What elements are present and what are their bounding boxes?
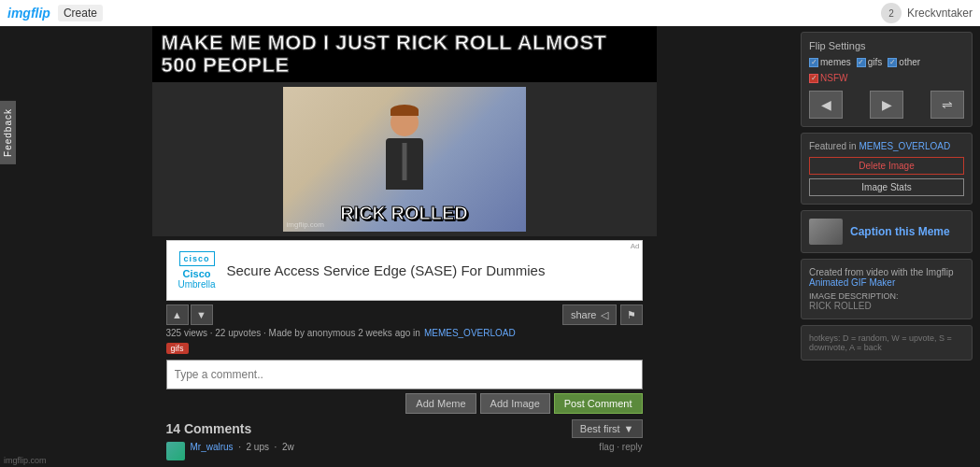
ad-logo: cisco Cisco Umbrella (167, 251, 227, 290)
next-arrow-button[interactable]: ▶ (870, 91, 903, 119)
notification-icon[interactable]: 2 (881, 3, 902, 23)
meme-image-wrapper: RICK ROLLED imgflip.com (152, 82, 657, 236)
ad-headline: Secure Access Service Edge (SASE) For Du… (227, 262, 642, 278)
comments-section-header: 14 Comments Best first ▼ (166, 419, 643, 438)
create-button[interactable]: Create (58, 5, 103, 21)
cisco-brand-sub: Umbrella (178, 279, 216, 290)
flip-settings-box: Flip Settings ✓ memes ✓ gifs ✓ other ✓ N… (801, 32, 973, 127)
share-icon: ◁ (601, 309, 608, 321)
flip-settings-title: Flip Settings (809, 40, 964, 51)
gifs-tag[interactable]: gifs (166, 343, 189, 354)
share-button[interactable]: share ◁ (562, 304, 617, 325)
comments-count: 14 Comments (166, 421, 252, 436)
share-area: share ◁ ⚑ (562, 304, 643, 325)
site-logo[interactable]: imgflip (7, 6, 50, 21)
featured-text: Featured in MEMES_OVERLOAD (809, 141, 964, 151)
comment-flag-reply[interactable]: flag · reply (599, 442, 642, 452)
comment-row: Mr_walrus · 2 ups · 2w flag · reply (166, 442, 643, 460)
checkbox-nsfw[interactable]: ✓ NSFW (809, 73, 847, 83)
checkbox-nsfw-icon: ✓ (809, 74, 818, 83)
post-comment-button[interactable]: Post Comment (554, 393, 643, 414)
sort-button[interactable]: Best first ▼ (572, 419, 643, 438)
community-link[interactable]: MEMES_OVERLOAD (424, 328, 516, 338)
caption-box-inner[interactable]: Caption this Meme (809, 219, 964, 245)
main-layout: Feedback MAKE ME MOD I JUST RICK ROLL AL… (0, 26, 980, 467)
footer-logo: imgflip.com (4, 456, 47, 465)
comment-box-wrap: Add Meme Add Image Post Comment (166, 360, 643, 414)
avatar (166, 442, 185, 460)
featured-link[interactable]: MEMES_OVERLOAD (859, 141, 950, 151)
stats-text: 325 views · 22 upvotes · Made by anonymo… (166, 328, 420, 338)
featured-box: Featured in MEMES_OVERLOAD Delete Image … (801, 133, 973, 205)
comment-input[interactable] (166, 360, 643, 389)
downvote-button[interactable]: ▼ (191, 304, 213, 325)
action-bar: ▲ ▼ share ◁ ⚑ (166, 304, 643, 325)
caption-thumb (809, 219, 843, 245)
nav-arrows: ◀ ▶ ⇌ (809, 91, 964, 119)
prev-arrow-button[interactable]: ◀ (809, 91, 843, 119)
imgflip-watermark: imgflip.com (287, 220, 324, 229)
flip-checkboxes: ✓ memes ✓ gifs ✓ other ✓ NSFW (809, 57, 964, 83)
comment-username[interactable]: Mr_walrus (191, 442, 234, 452)
rick-suit-stripe (402, 143, 406, 180)
rick-figure (372, 108, 437, 211)
ad-label: Ad (631, 242, 640, 250)
right-sidebar: Flip Settings ✓ memes ✓ gifs ✓ other ✓ N… (793, 26, 980, 467)
meme-top-text: MAKE ME MOD I JUST RICK ROLL ALMOST 500 … (152, 26, 657, 82)
caption-box[interactable]: Caption this Meme (801, 210, 973, 253)
flag-button[interactable]: ⚑ (620, 304, 643, 325)
stats-tags: gifs (166, 340, 643, 354)
add-meme-button[interactable]: Add Meme (405, 393, 476, 414)
stats-bar: 325 views · 22 upvotes · Made by anonymo… (166, 328, 643, 338)
cisco-brand-name: Cisco (183, 268, 211, 279)
shuffle-button[interactable]: ⇌ (930, 91, 964, 119)
ad-banner[interactable]: Ad cisco Cisco Umbrella Secure Access Se… (166, 240, 643, 301)
delete-image-button[interactable]: Delete Image (809, 157, 964, 175)
rick-hair (391, 105, 419, 116)
rick-head (391, 108, 419, 136)
checkbox-other[interactable]: ✓ other (888, 57, 920, 67)
meme-container: MAKE ME MOD I JUST RICK ROLL ALMOST 500 … (152, 26, 657, 236)
checkbox-gifs-icon: ✓ (857, 58, 866, 67)
navbar-right: 2 Kreckvntaker (881, 3, 973, 23)
feedback-tab[interactable]: Feedback (0, 101, 16, 164)
comment-time: 2w (282, 442, 294, 452)
checkbox-memes-icon: ✓ (809, 58, 818, 67)
add-image-button[interactable]: Add Image (480, 393, 550, 414)
comment-buttons: Add Meme Add Image Post Comment (166, 393, 643, 414)
username-label[interactable]: Kreckvntaker (907, 7, 973, 20)
image-description: IMAGE DESCRIPTION: RICK ROLLED (809, 291, 964, 311)
image-stats-button[interactable]: Image Stats (809, 178, 964, 196)
upvote-button[interactable]: ▲ (166, 304, 189, 325)
caption-thumb-image (809, 219, 843, 245)
animated-gif-maker-link[interactable]: Animated GIF Maker (809, 277, 895, 288)
comment-meta: Mr_walrus · 2 ups · 2w (191, 442, 294, 452)
vote-buttons: ▲ ▼ (166, 304, 213, 325)
hotkeys-box: hotkeys: D = random, W = upvote, S = dow… (801, 325, 973, 361)
center-content: MAKE ME MOD I JUST RICK ROLL ALMOST 500 … (15, 26, 793, 467)
rick-body (386, 138, 423, 190)
checkbox-gifs[interactable]: ✓ gifs (857, 57, 883, 67)
navbar: imgflip Create 2 Kreckvntaker (0, 0, 980, 26)
cisco-logo: cisco (179, 251, 215, 266)
sort-chevron-icon: ▼ (624, 423, 634, 434)
comment-ups: 2 ups (247, 442, 269, 452)
checkbox-memes[interactable]: ✓ memes (809, 57, 851, 67)
created-from-box: Created from video with the Imgflip Anim… (801, 259, 973, 319)
checkbox-other-icon: ✓ (888, 58, 897, 67)
rick-gif-image: RICK ROLLED imgflip.com (283, 87, 526, 232)
caption-this-meme-label[interactable]: Caption this Meme (850, 225, 950, 238)
